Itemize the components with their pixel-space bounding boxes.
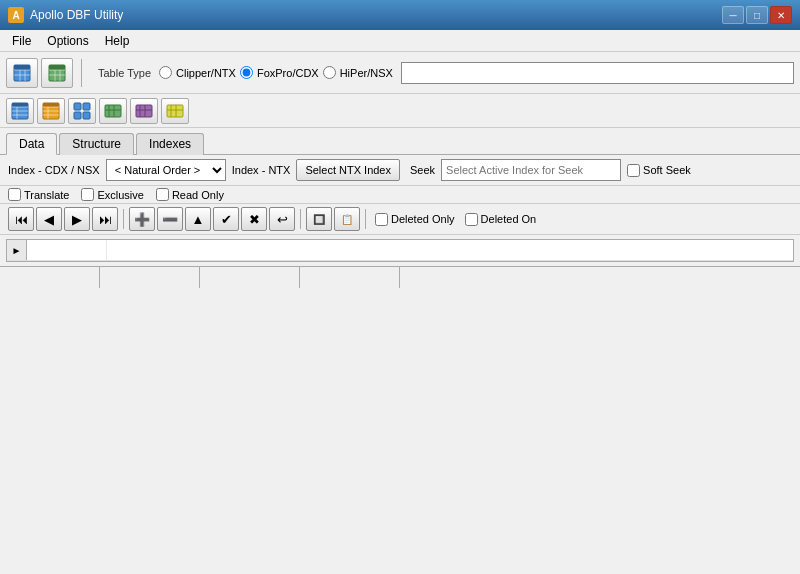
nav-extra2-btn[interactable]: 📋 <box>334 207 360 231</box>
svg-rect-36 <box>167 105 183 117</box>
svg-rect-13 <box>12 103 28 107</box>
tb2-btn1[interactable] <box>6 98 34 124</box>
index-row: Index - CDX / NSX < Natural Order > Inde… <box>0 155 800 186</box>
nav-first-btn[interactable]: ⏮ <box>8 207 34 231</box>
nav-up-btn[interactable]: ▲ <box>185 207 211 231</box>
svg-rect-28 <box>105 105 121 117</box>
seek-input[interactable] <box>441 159 621 181</box>
radio-clipper[interactable]: Clipper/NTX <box>159 66 236 79</box>
radio-clipper-input[interactable] <box>159 66 172 79</box>
soft-seek-label: Soft Seek <box>643 164 691 176</box>
grid-cell-empty <box>27 240 107 260</box>
toolbar-2 <box>0 94 800 128</box>
svg-rect-25 <box>83 103 90 110</box>
radio-foxpro-input[interactable] <box>240 66 253 79</box>
radio-foxpro[interactable]: FoxPro/CDX <box>240 66 319 79</box>
svg-rect-27 <box>83 112 90 119</box>
deleted-only-group: Deleted Only <box>375 213 455 226</box>
close-button[interactable]: ✕ <box>770 6 792 24</box>
tab-data[interactable]: Data <box>6 133 57 155</box>
status-bar <box>0 266 800 288</box>
exclusive-group: Exclusive <box>81 188 143 201</box>
row-marker: ► <box>7 240 27 260</box>
app-icon: A <box>8 7 24 23</box>
open-table-btn[interactable] <box>6 58 38 88</box>
deleted-only-checkbox[interactable] <box>375 213 388 226</box>
tab-indexes[interactable]: Indexes <box>136 133 204 155</box>
table-type-label: Table Type <box>98 67 151 79</box>
nav-save-btn[interactable]: ✔ <box>213 207 239 231</box>
status-seg1 <box>0 267 100 288</box>
menu-bar: File Options Help <box>0 30 800 52</box>
cdx-label: Index - CDX / NSX <box>8 164 100 176</box>
tb2-icon4 <box>104 102 122 120</box>
nav-extra1-btn[interactable]: 🔲 <box>306 207 332 231</box>
nav-toolbar: ⏮ ◀ ▶ ⏭ ➕ ➖ ▲ ✔ ✖ ↩ 🔲 📋 Deleted Only Del… <box>0 204 800 235</box>
address-bar[interactable] <box>401 62 794 84</box>
tb2-icon5 <box>135 102 153 120</box>
nav-sep2 <box>300 209 301 229</box>
tab-structure[interactable]: Structure <box>59 133 134 155</box>
tb2-btn2[interactable] <box>37 98 65 124</box>
seek-label: Seek <box>410 164 435 176</box>
nav-refresh-btn[interactable]: ↩ <box>269 207 295 231</box>
maximize-button[interactable]: □ <box>746 6 768 24</box>
svg-rect-7 <box>49 65 65 70</box>
tb2-btn5[interactable] <box>130 98 158 124</box>
nav-delete-btn[interactable]: ➖ <box>157 207 183 231</box>
toolbar-1: Table Type Clipper/NTX FoxPro/CDX HiPer/… <box>0 52 800 94</box>
soft-seek-checkbox[interactable] <box>627 164 640 177</box>
radio-foxpro-label: FoxPro/CDX <box>257 67 319 79</box>
svg-rect-32 <box>136 105 152 117</box>
save-table-icon <box>47 63 67 83</box>
title-bar: A Apollo DBF Utility ─ □ ✕ <box>0 0 800 30</box>
data-grid: ► <box>6 239 794 262</box>
radio-clipper-label: Clipper/NTX <box>176 67 236 79</box>
nav-last-btn[interactable]: ⏭ <box>92 207 118 231</box>
nav-new-btn[interactable]: ➕ <box>129 207 155 231</box>
ntx-label: Index - NTX <box>232 164 291 176</box>
tb2-btn4[interactable] <box>99 98 127 124</box>
nav-sep1 <box>123 209 124 229</box>
svg-rect-24 <box>74 103 81 110</box>
tb2-btn3[interactable] <box>68 98 96 124</box>
deleted-on-label: Deleted On <box>481 213 537 225</box>
svg-rect-1 <box>14 65 30 70</box>
nav-cancel-btn[interactable]: ✖ <box>241 207 267 231</box>
menu-file[interactable]: File <box>4 32 39 50</box>
menu-help[interactable]: Help <box>97 32 138 50</box>
radio-hiper-input[interactable] <box>323 66 336 79</box>
save-table-btn[interactable] <box>41 58 73 88</box>
toolbar-separator <box>81 59 82 87</box>
menu-options[interactable]: Options <box>39 32 96 50</box>
nav-next-btn[interactable]: ▶ <box>64 207 90 231</box>
main-content: Data Structure Indexes Index - CDX / NSX… <box>0 128 800 266</box>
status-seg2 <box>100 267 200 288</box>
readonly-checkbox[interactable] <box>156 188 169 201</box>
radio-hiper[interactable]: HiPer/NSX <box>323 66 393 79</box>
exclusive-checkbox[interactable] <box>81 188 94 201</box>
table-type-group: Table Type Clipper/NTX FoxPro/CDX HiPer/… <box>98 66 393 79</box>
window-title: Apollo DBF Utility <box>30 8 722 22</box>
radio-hiper-label: HiPer/NSX <box>340 67 393 79</box>
cdx-select[interactable]: < Natural Order > <box>106 159 226 181</box>
tb2-icon1 <box>11 102 29 120</box>
window-controls[interactable]: ─ □ ✕ <box>722 6 792 24</box>
svg-rect-19 <box>43 103 59 107</box>
exclusive-label: Exclusive <box>97 189 143 201</box>
translate-group: Translate <box>8 188 69 201</box>
tb2-btn6[interactable] <box>161 98 189 124</box>
translate-checkbox[interactable] <box>8 188 21 201</box>
deleted-on-group: Deleted On <box>465 213 537 226</box>
readonly-label: Read Only <box>172 189 224 201</box>
svg-rect-26 <box>74 112 81 119</box>
tab-bar: Data Structure Indexes <box>0 128 800 155</box>
minimize-button[interactable]: ─ <box>722 6 744 24</box>
grid-row: ► <box>7 240 793 261</box>
nav-prev-btn[interactable]: ◀ <box>36 207 62 231</box>
tb2-icon3 <box>73 102 91 120</box>
select-ntx-btn[interactable]: Select NTX Index <box>296 159 400 181</box>
soft-seek-group: Soft Seek <box>627 164 691 177</box>
nav-sep3 <box>365 209 366 229</box>
deleted-on-checkbox[interactable] <box>465 213 478 226</box>
